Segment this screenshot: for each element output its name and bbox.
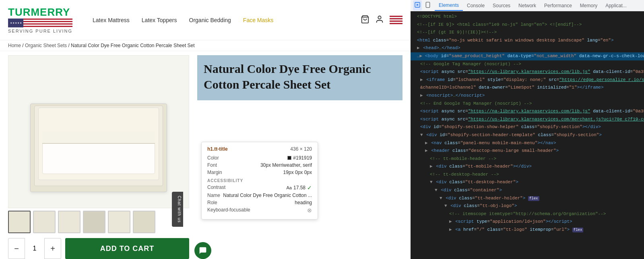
inspector-contrast-value: Aa 17.58 ✓: [287, 184, 312, 191]
breadcrumb-current: Natural Color Dye Free Organic Cotton Pe…: [71, 43, 194, 48]
main-nav: Latex Mattress Latex Toppers Organic Bed…: [93, 17, 361, 23]
code-line: ▼ <div id="shopify-section-header-templa…: [411, 131, 644, 139]
devtools-toolbar-icons: [411, 0, 435, 10]
code-line: ▶ <noscript>…</noscript>: [411, 92, 644, 100]
thumbnail-1[interactable]: [8, 211, 31, 233]
thumbnail-5[interactable]: [108, 211, 130, 233]
cart-icon[interactable]: [361, 15, 369, 25]
tab-memory[interactable]: Memory: [576, 0, 601, 11]
devtools-tabs-container: Elements Console Sources Network Perform…: [435, 0, 631, 11]
code-line: <!-- Google Tag Manager (noscript) -->: [411, 60, 644, 68]
product-title: Natural Color Dye Free Organic Cotton Pe…: [204, 61, 396, 92]
inspector-dimensions: 436 × 120: [290, 146, 312, 152]
main-content: − + ADD TO CART Natu: [0, 51, 411, 259]
product-image-area: − + ADD TO CART: [8, 55, 189, 259]
tab-performance[interactable]: Performance: [540, 0, 576, 11]
add-to-cart-button[interactable]: ADD TO CART: [65, 238, 189, 259]
code-line: ▼ <div class="container">: [411, 186, 644, 195]
page-wrapper: TURMERRY ★ ★ ★ ★ ★: [0, 0, 644, 259]
code-line: ▼ <div class="tt-header-holder"> flex: [411, 195, 644, 203]
quantity-input[interactable]: [25, 238, 45, 259]
inspector-role-label: Role: [207, 200, 217, 205]
code-line: ▶ <header class="desctop-menu-large smal…: [411, 147, 644, 155]
code-line: <script async src="https://na-library.kl…: [411, 108, 644, 116]
quantity-control: − +: [8, 238, 61, 259]
quantity-decrease-button[interactable]: −: [8, 238, 25, 259]
quantity-increase-button[interactable]: +: [45, 238, 61, 259]
code-line-highlighted[interactable]: …▶ <body id="same_product_height" data-t…: [411, 52, 644, 60]
inspector-margin-value: 19px 0px 0px: [283, 170, 312, 175]
tab-sources[interactable]: Sources: [489, 0, 514, 11]
svg-rect-3: [426, 2, 429, 7]
breadcrumb-sheet-sets[interactable]: Organic Sheet Sets: [25, 43, 67, 48]
code-line: <!DOCTYPE html>: [411, 13, 644, 21]
nav-latex-toppers[interactable]: Latex Toppers: [142, 17, 177, 23]
thumbnail-4[interactable]: [83, 211, 105, 233]
thumbnail-6[interactable]: [133, 211, 155, 233]
inspector-toggle-icon[interactable]: [413, 0, 422, 10]
logo-area: TURMERRY ★ ★ ★ ★ ★: [8, 7, 80, 33]
inspector-margin-label: Margin: [207, 170, 222, 175]
code-line: <!--[if (gt IE 9)|!(IE)]><!-->: [411, 29, 644, 37]
inspector-keyboard-value: ⊗: [307, 207, 312, 213]
inspector-tooltip: h1.tt-title 436 × 120 Color #191919 Font…: [201, 142, 318, 220]
code-line: &channelID=lsChannel" data-owner="LimeSp…: [411, 84, 644, 92]
inspector-font-label: Font: [207, 162, 217, 168]
inspector-name-value: Natural Color Dye Free Organic Cotton ..…: [223, 193, 312, 198]
site-header: TURMERRY ★ ★ ★ ★ ★: [0, 0, 411, 40]
website-area: TURMERRY ★ ★ ★ ★ ★: [0, 0, 411, 259]
country-flag-icon[interactable]: [390, 16, 402, 25]
product-main-image[interactable]: [8, 55, 189, 208]
code-line: <!--[if IE 9]> <html class="ie9 no-js" l…: [411, 21, 644, 29]
code-line: <script async src="https://us-library.kl…: [411, 68, 644, 76]
nav-face-masks[interactable]: Face Masks: [243, 17, 273, 23]
tab-application[interactable]: Applicat...: [601, 0, 631, 11]
tab-console[interactable]: Console: [463, 0, 489, 11]
code-line: ▼ <div class="tt-desktop-header">: [411, 178, 644, 186]
inspector-contrast-label: Contrast: [207, 184, 225, 191]
code-line: <script async src="https://us-library.kl…: [411, 116, 644, 124]
code-line: <html class="no-js webkit safari win win…: [411, 37, 644, 45]
svg-point-1: [378, 16, 381, 19]
product-info: Natural Color Dye Free Organic Cotton Pe…: [197, 55, 402, 259]
code-line: <!-- End Google Tag Manager (noscript) -…: [411, 100, 644, 108]
code-line: <!-- itemscope itemtype="http://schema.o…: [411, 210, 644, 218]
code-line: ▶ <div class="tt-mobile-header"></div>: [411, 163, 644, 171]
devtools-panel: Elements Console Sources Network Perform…: [411, 0, 644, 259]
code-line: <!-- tt-mobile-header -->: [411, 155, 644, 163]
tab-network[interactable]: Network: [514, 0, 540, 11]
account-icon[interactable]: [375, 15, 384, 25]
code-line: ▶ <head>…</head>: [411, 44, 644, 52]
product-thumbnails: [8, 211, 189, 233]
header-icons: [361, 15, 402, 25]
code-line: ▶ <nav class="panel-menu mobile-main-men…: [411, 139, 644, 147]
logo-subtitle: SERVING PURE LIVING: [8, 29, 80, 33]
inspector-font-value: 30px Merriweather, serif: [260, 162, 312, 168]
devtools-topbar: Elements Console Sources Network Perform…: [411, 0, 644, 11]
code-line: ▶ <iframe id="lsChannel" style="display:…: [411, 76, 644, 84]
nav-latex-mattress[interactable]: Latex Mattress: [93, 17, 130, 23]
device-toggle-icon[interactable]: [423, 0, 432, 10]
tab-elements[interactable]: Elements: [435, 0, 463, 11]
inspector-name-label: Name: [207, 193, 220, 198]
code-line: <!-- tt-desktop-header -->: [411, 171, 644, 179]
product-title-highlight: Natural Color Dye Free Organic Cotton Pe…: [197, 55, 402, 100]
code-line: ▶ <script type="application/ld+json"></s…: [411, 218, 644, 226]
thumbnail-2[interactable]: [33, 211, 56, 233]
devtools-code-view: <!DOCTYPE html> <!--[if IE 9]> <html cla…: [411, 11, 644, 234]
inspector-keyboard-label: Keyboard-focusable: [207, 207, 250, 213]
site-logo[interactable]: TURMERRY: [8, 7, 80, 17]
code-line: <div id="shopify-section-show-helper" cl…: [411, 123, 644, 131]
inspector-selector: h1.tt-title: [207, 146, 228, 152]
inspector-role-value: heading: [295, 200, 312, 205]
inspector-color-label: Color: [207, 155, 219, 161]
accessibility-section-title: ACCESSIBILITY: [207, 178, 312, 183]
breadcrumb-home[interactable]: Home: [8, 43, 21, 48]
breadcrumb: Home / Organic Sheet Sets / Natural Colo…: [0, 40, 411, 51]
code-line: ▼ <div class="tt-obj-logo">: [411, 202, 644, 210]
chat-widget[interactable]: Chat with us: [172, 192, 183, 227]
inspector-color-value: #191919: [287, 155, 312, 161]
thumbnail-3[interactable]: [58, 211, 80, 233]
code-line: ▶ <a href="/" class="tt-logo" itemprop="…: [411, 226, 644, 234]
nav-organic-bedding[interactable]: Organic Bedding: [189, 17, 231, 23]
